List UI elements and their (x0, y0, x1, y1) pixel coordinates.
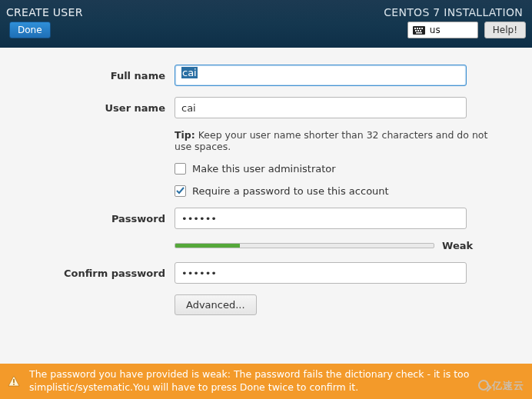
make-admin-label: Make this user administrator (192, 163, 336, 175)
svg-rect-1 (414, 28, 416, 29)
svg-rect-6 (417, 30, 419, 32)
password-strength-text: Weak (442, 240, 473, 251)
make-admin-checkbox[interactable] (175, 163, 186, 175)
svg-rect-4 (421, 28, 423, 29)
password-strength-bar (175, 243, 434, 248)
username-tip: Tip: Keep your user name shorter than 32… (175, 129, 501, 152)
help-button[interactable]: Help! (484, 22, 526, 38)
username-label: User name (31, 102, 165, 114)
username-field[interactable] (175, 97, 467, 118)
password-field[interactable] (175, 208, 467, 229)
svg-rect-9 (13, 379, 15, 383)
password-strength-fill (175, 244, 240, 248)
warning-icon (8, 375, 20, 387)
advanced-button[interactable]: Advanced... (175, 294, 257, 315)
fullname-field[interactable]: cai (175, 65, 467, 86)
svg-rect-3 (419, 28, 421, 29)
watermark: 亿速云 (478, 379, 524, 393)
fullname-label: Full name (31, 70, 165, 81)
product-name: CENTOS 7 INSTALLATION (384, 6, 523, 18)
svg-rect-10 (13, 384, 15, 385)
svg-rect-5 (415, 30, 417, 32)
confirm-password-field[interactable] (175, 262, 467, 284)
warning-text: The password you have provided is weak: … (29, 368, 524, 394)
keyboard-icon (413, 26, 425, 35)
require-password-label: Require a password to use this account (192, 185, 389, 197)
keyboard-layout-indicator[interactable]: us (407, 22, 478, 38)
confirm-password-label: Confirm password (31, 268, 165, 279)
svg-rect-7 (420, 30, 421, 32)
password-label: Password (31, 213, 165, 224)
keyboard-layout-label: us (430, 25, 441, 35)
warning-bar: The password you have provided is weak: … (0, 364, 532, 399)
require-password-checkbox[interactable] (175, 185, 186, 197)
done-button[interactable]: Done (9, 22, 51, 38)
svg-rect-8 (416, 32, 422, 34)
svg-rect-2 (417, 28, 418, 29)
